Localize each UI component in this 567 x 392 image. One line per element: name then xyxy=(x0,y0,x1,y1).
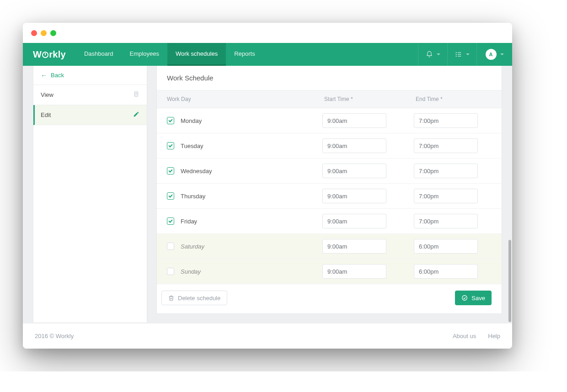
day-row-thursday: Thursday xyxy=(157,184,502,209)
nav-dashboard[interactable]: Dashboard xyxy=(76,43,122,66)
checkbox-tuesday[interactable] xyxy=(167,142,174,149)
header-work-day: Work Day xyxy=(167,96,322,102)
day-row-friday: Friday xyxy=(157,209,502,234)
nav-actions: A xyxy=(418,43,512,66)
check-circle-icon xyxy=(461,295,468,301)
window-minimize-button[interactable] xyxy=(41,30,47,36)
work-schedule-panel: Work Schedule Work Day Start Time * End … xyxy=(156,66,502,314)
day-label: Sunday xyxy=(181,268,201,275)
actions-row: Delete schedule Save xyxy=(157,284,502,313)
end-time-friday[interactable] xyxy=(414,214,478,228)
start-time-monday[interactable] xyxy=(322,113,386,128)
end-time-wednesday[interactable] xyxy=(414,164,478,178)
save-button[interactable]: Save xyxy=(455,291,492,305)
start-time-thursday[interactable] xyxy=(322,189,386,203)
delete-label: Delete schedule xyxy=(178,295,220,302)
end-time-monday[interactable] xyxy=(414,113,478,128)
start-time-saturday[interactable] xyxy=(322,239,386,254)
checkbox-friday[interactable] xyxy=(167,217,174,225)
end-time-thursday[interactable] xyxy=(414,189,478,203)
footer-help-link[interactable]: Help xyxy=(488,333,500,339)
check-icon xyxy=(168,193,172,197)
footer-about-link[interactable]: About us xyxy=(453,333,476,339)
window-close-button[interactable] xyxy=(31,30,37,36)
footer-links: About us Help xyxy=(453,333,500,339)
check-icon xyxy=(168,218,172,222)
svg-point-1 xyxy=(456,54,456,54)
chevron-down-icon xyxy=(500,53,504,55)
avatar: A xyxy=(486,49,497,60)
chevron-down-icon xyxy=(437,53,440,55)
check-icon xyxy=(168,168,172,172)
window-titlebar xyxy=(23,23,512,43)
day-row-wednesday: Wednesday xyxy=(157,159,502,184)
sidebar-view-label: View xyxy=(41,91,53,98)
pencil-icon xyxy=(133,111,139,119)
footer: 2016 © Workly About us Help xyxy=(23,323,512,349)
end-time-sunday[interactable] xyxy=(414,264,478,279)
day-row-sunday: Sunday xyxy=(157,259,502,284)
svg-point-2 xyxy=(456,56,456,56)
nav-reports[interactable]: Reports xyxy=(226,43,263,66)
checkbox-thursday[interactable] xyxy=(167,192,174,200)
day-row-saturday: Saturday xyxy=(157,234,502,259)
bell-icon xyxy=(426,51,433,58)
footer-copyright: 2016 © Workly xyxy=(35,333,74,339)
panel-title: Work Schedule xyxy=(157,66,502,90)
list-icon xyxy=(455,51,462,58)
arrow-left-icon: ← xyxy=(41,72,47,79)
trash-icon xyxy=(168,295,174,301)
svg-point-10 xyxy=(462,296,467,301)
table-header: Work Day Start Time * End Time * xyxy=(157,90,502,108)
checkbox-saturday[interactable] xyxy=(167,243,174,250)
save-label: Save xyxy=(471,295,485,302)
day-row-monday: Monday xyxy=(157,108,502,133)
check-icon xyxy=(168,118,172,122)
checkbox-sunday[interactable] xyxy=(167,268,174,275)
content-area: ← Back View Edit Work Schedule xyxy=(23,66,512,323)
start-time-friday[interactable] xyxy=(322,214,386,228)
app-window: Wrkly Dashboard Employees Work schedules… xyxy=(23,23,512,349)
day-label: Friday xyxy=(181,218,197,225)
check-icon xyxy=(168,143,172,147)
user-menu[interactable]: A xyxy=(476,43,512,66)
day-label: Saturday xyxy=(181,243,204,250)
sidebar-edit-label: Edit xyxy=(41,111,51,118)
clipboard-icon xyxy=(133,91,139,99)
nav-employees[interactable]: Employees xyxy=(122,43,167,66)
brand-suffix: rkly xyxy=(49,49,66,60)
day-label: Thursday xyxy=(181,193,205,200)
start-time-tuesday[interactable] xyxy=(322,138,386,153)
end-time-saturday[interactable] xyxy=(414,239,478,254)
sidebar-back-label: Back xyxy=(51,72,64,79)
brand-logo[interactable]: Wrkly xyxy=(23,43,76,66)
delete-schedule-button[interactable]: Delete schedule xyxy=(161,291,227,305)
day-label: Wednesday xyxy=(181,168,212,175)
sidebar-back[interactable]: ← Back xyxy=(33,66,147,85)
scrollbar-thumb[interactable] xyxy=(508,240,511,322)
day-label: Monday xyxy=(181,117,202,124)
header-end-time: End Time * xyxy=(414,96,492,102)
checkbox-monday[interactable] xyxy=(167,117,174,124)
notifications-menu[interactable] xyxy=(418,43,447,66)
day-label: Tuesday xyxy=(181,143,203,149)
start-time-wednesday[interactable] xyxy=(322,164,386,178)
window-zoom-button[interactable] xyxy=(50,30,56,36)
brand-prefix: W xyxy=(33,49,42,60)
end-time-tuesday[interactable] xyxy=(414,138,478,153)
clock-icon xyxy=(42,52,48,58)
chevron-down-icon xyxy=(466,53,470,55)
main-navbar: Wrkly Dashboard Employees Work schedules… xyxy=(23,43,512,66)
checkbox-wednesday[interactable] xyxy=(167,167,174,175)
sidebar-view[interactable]: View xyxy=(33,85,147,105)
day-row-tuesday: Tuesday xyxy=(157,133,502,159)
sidebar-edit[interactable]: Edit xyxy=(33,105,147,125)
header-start-time: Start Time * xyxy=(322,96,414,102)
start-time-sunday[interactable] xyxy=(322,264,386,279)
nav-items: Dashboard Employees Work schedules Repor… xyxy=(76,43,263,66)
sidebar: ← Back View Edit xyxy=(33,66,147,323)
list-menu[interactable] xyxy=(447,43,476,66)
svg-point-0 xyxy=(456,52,456,53)
nav-work-schedules[interactable]: Work schedules xyxy=(167,43,226,66)
